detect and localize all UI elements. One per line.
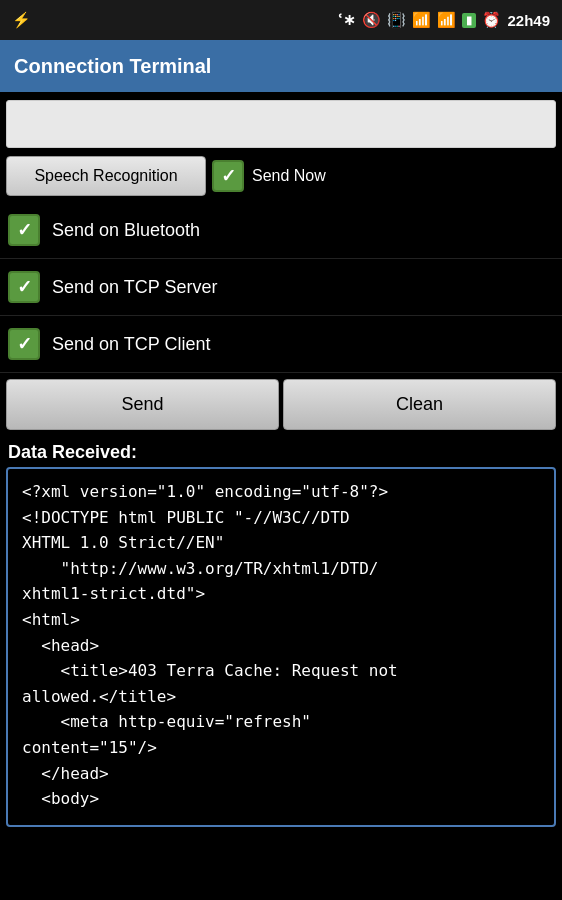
send-now-checkbox[interactable]: ✓: [212, 160, 244, 192]
send-now-label: Send Now: [252, 167, 326, 185]
clean-button[interactable]: Clean: [283, 379, 556, 430]
wifi-icon: 📶: [412, 11, 431, 29]
data-received-content: <?xml version="1.0" encoding="utf-8"?> <…: [6, 467, 556, 827]
status-left-icons: ⚡: [12, 11, 31, 29]
send-tcp-client-label: Send on TCP Client: [52, 334, 210, 355]
status-right-icons: ʿ∗ 🔇 📳 📶 📶 ▮ ⏰ 22h49: [338, 11, 550, 29]
send-tcp-server-checkbox[interactable]: ✓: [8, 271, 40, 303]
action-button-row: Send Clean: [6, 379, 556, 430]
send-tcp-client-row[interactable]: ✓ Send on TCP Client: [0, 316, 562, 373]
alarm-icon: ⏰: [482, 11, 501, 29]
mute-icon: 🔇: [362, 11, 381, 29]
text-input-area[interactable]: [6, 100, 556, 148]
send-tcp-server-row[interactable]: ✓ Send on TCP Server: [0, 259, 562, 316]
data-text: <?xml version="1.0" encoding="utf-8"?> <…: [22, 482, 398, 808]
send-bluetooth-checkbox[interactable]: ✓: [8, 214, 40, 246]
vibrate-icon: 📳: [387, 11, 406, 29]
status-bar: ⚡ ʿ∗ 🔇 📳 📶 📶 ▮ ⏰ 22h49: [0, 0, 562, 40]
battery-icon: ▮: [462, 13, 476, 28]
bluetooth-icon: ʿ∗: [338, 11, 356, 29]
data-received-label: Data Received:: [0, 436, 562, 467]
main-content: Speech Recognition ✓ Send Now ✓ Send on …: [0, 100, 562, 827]
send-tcp-client-checkbox[interactable]: ✓: [8, 328, 40, 360]
send-bluetooth-row[interactable]: ✓ Send on Bluetooth: [0, 202, 562, 259]
send-now-container: ✓ Send Now: [212, 160, 326, 192]
app-title: Connection Terminal: [14, 55, 211, 78]
signal-icon: 📶: [437, 11, 456, 29]
title-bar: Connection Terminal: [0, 40, 562, 92]
speech-recognition-button[interactable]: Speech Recognition: [6, 156, 206, 196]
speech-send-row: Speech Recognition ✓ Send Now: [6, 156, 556, 196]
time-display: 22h49: [507, 12, 550, 29]
send-button[interactable]: Send: [6, 379, 279, 430]
send-tcp-server-label: Send on TCP Server: [52, 277, 217, 298]
usb-icon: ⚡: [12, 11, 31, 29]
send-bluetooth-label: Send on Bluetooth: [52, 220, 200, 241]
